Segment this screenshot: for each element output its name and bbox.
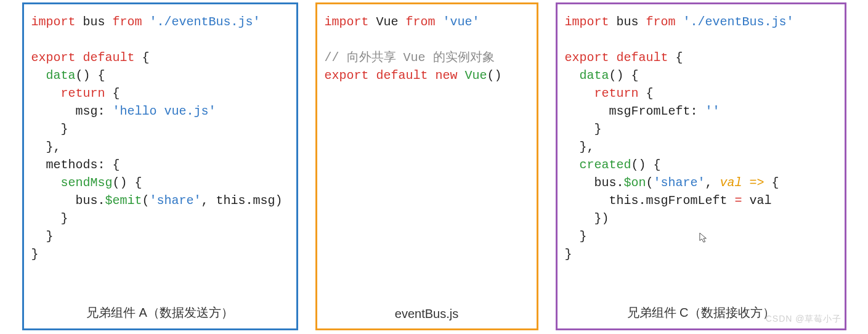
ident-bus: bus xyxy=(76,15,113,29)
panel-sender: import bus from './eventBus.js' export d… xyxy=(22,2,298,330)
str-vue: 'vue' xyxy=(436,15,480,29)
code-block-sender: import bus from './eventBus.js' export d… xyxy=(31,13,289,304)
op-eq: = xyxy=(735,193,742,208)
code-text: this.msgFromLeft xyxy=(565,193,735,208)
code-text: () { xyxy=(631,158,661,172)
code-text: () xyxy=(487,68,502,83)
kw-export: export xyxy=(31,51,76,65)
fn-data: data xyxy=(31,68,76,83)
code-text: } xyxy=(31,229,54,243)
arrow: => xyxy=(742,176,765,190)
brace: { xyxy=(668,51,683,65)
str-share: 'share' xyxy=(654,176,705,190)
code-text: } xyxy=(31,211,68,226)
fn-on: $on xyxy=(624,176,646,190)
fn-data: data xyxy=(565,68,609,83)
code-text: } xyxy=(565,247,572,261)
str-empty: '' xyxy=(705,104,720,118)
code-text: { xyxy=(639,86,654,100)
code-text: { xyxy=(105,86,120,100)
panel-eventbus: import Vue from 'vue' // 向外共享 Vue 的实例对象 … xyxy=(315,2,538,330)
kw-from: from xyxy=(406,15,436,29)
fn-created: created xyxy=(565,158,631,172)
str-path: './eventBus.js' xyxy=(142,15,261,29)
comment: // 向外共享 Vue 的实例对象 xyxy=(325,51,495,65)
prop-msgfromleft: msgFromLeft: xyxy=(565,104,705,118)
kw-new: new xyxy=(428,68,458,83)
kw-from: from xyxy=(113,15,142,29)
kw-default: default xyxy=(76,51,135,65)
cls-vue: Vue xyxy=(458,68,487,83)
str-hello: 'hello vue.js' xyxy=(113,104,216,118)
brace: { xyxy=(135,51,150,65)
ident-vue: Vue xyxy=(369,15,406,29)
caption-eventbus: eventBus.js xyxy=(325,307,529,325)
kw-export: export xyxy=(325,68,369,83)
code-text: , xyxy=(705,176,720,190)
str-share: 'share' xyxy=(150,193,201,208)
code-block-eventbus: import Vue from 'vue' // 向外共享 Vue 的实例对象 … xyxy=(325,13,529,307)
code-text: bus. xyxy=(565,176,624,190)
prop-methods: methods: { xyxy=(31,158,120,172)
code-text: }, xyxy=(565,140,594,154)
code-text: ( xyxy=(646,176,654,190)
code-text: } xyxy=(565,229,587,243)
code-text: }, xyxy=(31,140,61,154)
ident-bus: bus xyxy=(609,15,646,29)
kw-from: from xyxy=(646,15,676,29)
fn-emit: $emit xyxy=(105,193,142,208)
param-val: val xyxy=(720,176,742,190)
kw-default: default xyxy=(609,51,668,65)
code-text: { xyxy=(765,176,779,190)
code-text: } xyxy=(31,122,68,136)
str-path: './eventBus.js' xyxy=(676,15,794,29)
code-text: ( xyxy=(142,193,150,208)
fn-sendmsg: sendMsg xyxy=(31,176,113,190)
caption-receiver: 兄弟组件 C（数据接收方） xyxy=(565,304,837,325)
kw-return: return xyxy=(31,86,105,100)
panel-receiver: import bus from './eventBus.js' export d… xyxy=(556,2,846,330)
caption-sender: 兄弟组件 A（数据发送方） xyxy=(31,304,289,325)
kw-default: default xyxy=(369,68,428,83)
code-text: () { xyxy=(76,68,105,83)
kw-return: return xyxy=(565,86,639,100)
code-text: val xyxy=(742,193,772,208)
code-text: } xyxy=(31,247,39,261)
code-text: bus. xyxy=(31,193,105,208)
kw-import: import xyxy=(325,15,369,29)
kw-import: import xyxy=(31,15,76,29)
code-text: () { xyxy=(113,176,142,190)
code-block-receiver: import bus from './eventBus.js' export d… xyxy=(565,13,837,304)
kw-import: import xyxy=(565,15,609,29)
code-text: }) xyxy=(565,211,609,226)
prop-msg: msg: xyxy=(31,104,113,118)
code-text: () { xyxy=(609,68,639,83)
code-text: } xyxy=(565,122,602,136)
code-text: , this.msg) xyxy=(201,193,283,208)
kw-export: export xyxy=(565,51,609,65)
